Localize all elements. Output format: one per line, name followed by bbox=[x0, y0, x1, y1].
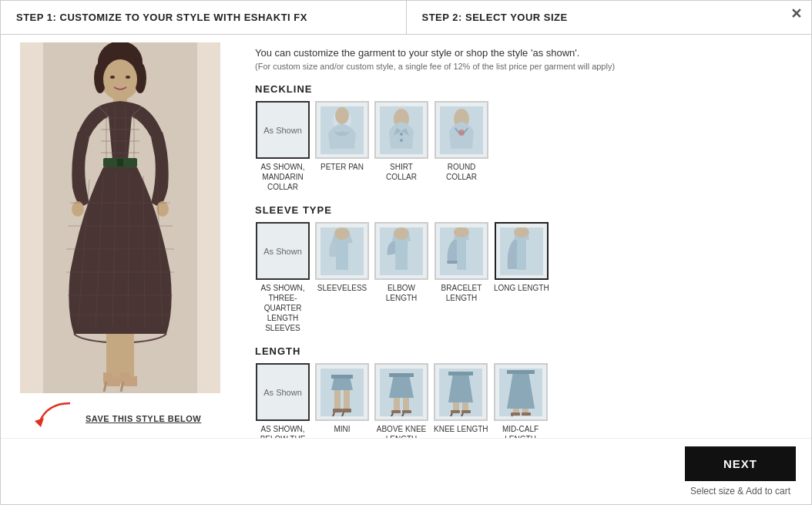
svg-rect-69 bbox=[391, 410, 401, 413]
length-thumb-as-shown: As Shown bbox=[256, 363, 310, 421]
save-arrow-icon bbox=[24, 399, 86, 430]
svg-rect-78 bbox=[461, 410, 471, 413]
sleeve-label-sleeveless: SLEEVELESS bbox=[317, 283, 367, 293]
svg-rect-60 bbox=[344, 390, 350, 410]
neckline-option-round-collar[interactable]: ROUND COLLAR bbox=[434, 101, 489, 192]
svg-point-7 bbox=[110, 76, 115, 79]
sleeve-thumb-as-shown: As Shown bbox=[256, 222, 310, 280]
svg-rect-73 bbox=[389, 373, 414, 377]
svg-rect-35 bbox=[120, 334, 134, 376]
svg-point-50 bbox=[334, 227, 350, 240]
svg-rect-85 bbox=[511, 412, 520, 416]
length-label-above-knee: ABOVE KNEE LENGTH bbox=[374, 424, 429, 438]
length-title: LENGTH bbox=[255, 345, 796, 357]
svg-rect-67 bbox=[394, 398, 400, 412]
svg-rect-61 bbox=[333, 409, 342, 412]
svg-rect-86 bbox=[522, 412, 531, 416]
left-panel: SAVE THIS STYLE BELOW bbox=[1, 35, 240, 438]
length-option-above-knee[interactable]: ABOVE KNEE LENGTH bbox=[374, 363, 429, 438]
svg-rect-70 bbox=[402, 410, 411, 413]
neckline-title: NECKLINE bbox=[255, 83, 796, 95]
sleeve-label-long: LONG LENGTH bbox=[494, 283, 549, 293]
svg-point-41 bbox=[335, 107, 349, 124]
sleeve-label-elbow: ELBOW LENGTH bbox=[374, 283, 429, 303]
svg-rect-34 bbox=[106, 334, 120, 376]
sleeve-title: SLEEVE TYPE bbox=[255, 204, 796, 216]
svg-point-52 bbox=[394, 227, 409, 240]
svg-rect-55 bbox=[447, 261, 458, 264]
sleeve-option-sleeveless[interactable]: SLEEVELESS bbox=[315, 222, 369, 333]
sleeve-option-as-shown[interactable]: As Shown AS SHOWN, THREE-QUARTER LENGTH … bbox=[255, 222, 310, 333]
sleeve-options: As Shown AS SHOWN, THREE-QUARTER LENGTH … bbox=[255, 222, 796, 333]
length-options: As Shown AS SHOWN, BELOW THE KNEE LENGTH bbox=[255, 363, 796, 438]
neckline-option-shirt-collar[interactable]: SHIRT COLLAR bbox=[374, 101, 429, 192]
svg-point-10 bbox=[72, 201, 84, 217]
neckline-label-round-collar: ROUND COLLAR bbox=[434, 162, 489, 182]
customize-modal: STEP 1: CUSTOMIZE TO YOUR STYLE WITH ESH… bbox=[0, 0, 812, 505]
svg-point-45 bbox=[400, 139, 403, 142]
svg-point-48 bbox=[458, 130, 465, 136]
svg-rect-77 bbox=[451, 410, 460, 413]
modal-body: SAVE THIS STYLE BELOW You can customize … bbox=[1, 35, 811, 438]
save-style-link[interactable]: SAVE THIS STYLE BELOW bbox=[86, 414, 201, 423]
length-option-knee[interactable]: KNEE LENGTH bbox=[434, 363, 488, 438]
neckline-options: As Shown AS SHOWN, MANDARIN COLLAR bbox=[255, 101, 796, 192]
sleeve-option-long[interactable]: LONG LENGTH bbox=[494, 222, 549, 333]
neckline-thumb-shirt-collar bbox=[374, 101, 428, 159]
svg-rect-13 bbox=[117, 159, 123, 167]
model-image bbox=[20, 42, 220, 393]
length-label-knee: KNEE LENGTH bbox=[434, 424, 488, 434]
svg-point-8 bbox=[126, 76, 130, 79]
svg-rect-65 bbox=[331, 375, 353, 379]
neckline-option-as-shown[interactable]: As Shown AS SHOWN, MANDARIN COLLAR bbox=[255, 101, 310, 192]
svg-rect-59 bbox=[334, 390, 341, 410]
sleeve-thumb-sleeveless bbox=[315, 222, 369, 280]
sleeve-option-elbow[interactable]: ELBOW LENGTH bbox=[374, 222, 429, 333]
length-thumb-mid-calf bbox=[494, 363, 548, 421]
sleeve-label-as-shown: AS SHOWN, THREE-QUARTER LENGTH SLEEVES bbox=[255, 283, 310, 333]
neckline-thumb-peter-pan bbox=[315, 101, 369, 159]
sleeve-option-bracelet[interactable]: BRACELET LENGTH bbox=[434, 222, 489, 333]
svg-rect-88 bbox=[507, 370, 535, 374]
length-option-mid-calf[interactable]: MID-CALF LENGTH bbox=[493, 363, 549, 438]
intro-main: You can customize the garment to your st… bbox=[255, 47, 796, 59]
step1-header: STEP 1: CUSTOMIZE TO YOUR STYLE WITH ESH… bbox=[1, 1, 407, 34]
svg-point-44 bbox=[400, 133, 403, 136]
svg-marker-38 bbox=[35, 418, 44, 427]
close-button[interactable]: ✕ bbox=[790, 7, 802, 21]
model-svg bbox=[43, 42, 197, 393]
svg-rect-62 bbox=[342, 409, 351, 412]
modal-header: STEP 1: CUSTOMIZE TO YOUR STYLE WITH ESH… bbox=[1, 1, 811, 35]
length-label-mini: MINI bbox=[334, 424, 350, 434]
svg-rect-68 bbox=[403, 398, 409, 412]
length-thumb-knee bbox=[434, 363, 488, 421]
sleeve-thumb-elbow bbox=[374, 222, 428, 280]
modal-footer: NEXT Select size & Add to cart bbox=[1, 438, 811, 504]
neckline-option-peter-pan[interactable]: PETER PAN bbox=[315, 101, 369, 192]
length-label-as-shown: AS SHOWN, BELOW THE KNEE LENGTH bbox=[255, 424, 310, 438]
length-label-mid-calf: MID-CALF LENGTH bbox=[493, 424, 549, 438]
step2-header: STEP 2: SELECT YOUR SIZE bbox=[407, 1, 812, 34]
right-panel: You can customize the garment to your st… bbox=[240, 35, 811, 438]
length-thumb-mini bbox=[315, 363, 369, 421]
next-button[interactable]: NEXT bbox=[685, 446, 796, 481]
svg-point-6 bbox=[103, 59, 137, 99]
length-option-as-shown[interactable]: As Shown AS SHOWN, BELOW THE KNEE LENGTH bbox=[255, 363, 310, 438]
sleeve-thumb-bracelet bbox=[435, 222, 488, 280]
neckline-thumb-as-shown: As Shown bbox=[256, 101, 310, 159]
svg-rect-81 bbox=[448, 372, 473, 375]
neckline-label-peter-pan: PETER PAN bbox=[320, 162, 364, 172]
sleeve-label-bracelet: BRACELET LENGTH bbox=[434, 283, 489, 303]
intro-sub: (For custom size and/or custom style, a … bbox=[255, 62, 796, 71]
length-thumb-above-knee bbox=[374, 363, 428, 421]
neckline-thumb-round-collar bbox=[435, 101, 488, 159]
select-size-label: Select size & Add to cart bbox=[690, 486, 790, 497]
sleeve-thumb-long bbox=[495, 222, 549, 280]
length-option-mini[interactable]: MINI bbox=[315, 363, 369, 438]
neckline-label-shirt-collar: SHIRT COLLAR bbox=[374, 162, 429, 182]
neckline-label-as-shown: AS SHOWN, MANDARIN COLLAR bbox=[255, 162, 310, 192]
